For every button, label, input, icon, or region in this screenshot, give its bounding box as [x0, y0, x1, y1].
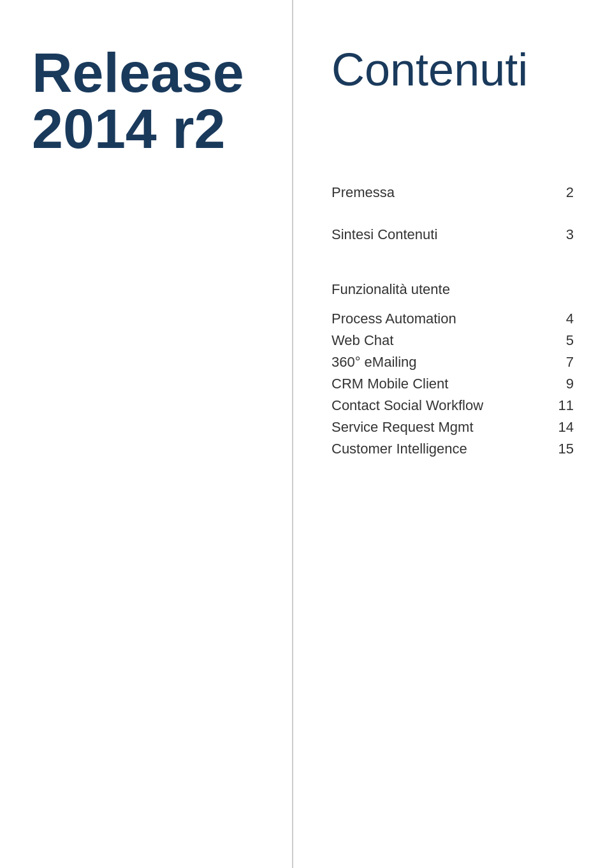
toc-section: Premessa 2 Sintesi Contenuti 3 Funzional… — [332, 184, 574, 462]
toc-entry-service-request: Service Request Mgmt 14 — [332, 419, 574, 436]
toc-label-premessa: Premessa — [332, 184, 395, 201]
toc-page-customer-intelligence: 15 — [558, 441, 574, 457]
toc-page-crm-mobile: 9 — [566, 376, 574, 392]
toc-label-process-automation: Process Automation — [332, 311, 456, 327]
toc-entry-contact-social: Contact Social Workflow 11 — [332, 397, 574, 414]
release-line1: Release — [32, 41, 244, 104]
toc-entry-customer-intelligence: Customer Intelligence 15 — [332, 441, 574, 457]
toc-label-sintesi: Sintesi Contenuti — [332, 226, 437, 243]
toc-label-service-request: Service Request Mgmt — [332, 419, 474, 436]
toc-sub-entries: Process Automation 4 Web Chat 5 360° eMa… — [332, 311, 574, 457]
toc-category: Funzionalità utente — [332, 281, 574, 298]
release-title: Release 2014 r2 — [32, 45, 261, 157]
toc-entry-sintesi: Sintesi Contenuti 3 — [332, 226, 574, 243]
toc-entry-360-emailing: 360° eMailing 7 — [332, 354, 574, 371]
toc-page-process-automation: 4 — [566, 311, 574, 327]
toc-page-web-chat: 5 — [566, 332, 574, 349]
toc-label-crm-mobile: CRM Mobile Client — [332, 376, 448, 392]
contenuti-heading: Contenuti — [332, 45, 574, 95]
toc-page-service-request: 14 — [558, 419, 574, 436]
toc-page-contact-social: 11 — [558, 397, 574, 414]
toc-entry-process-automation: Process Automation 4 — [332, 311, 574, 327]
toc-page-sintesi: 3 — [566, 226, 574, 243]
release-line2: 2014 r2 — [32, 97, 225, 160]
toc-entry-crm-mobile: CRM Mobile Client 9 — [332, 376, 574, 392]
toc-label-360-emailing: 360° eMailing — [332, 354, 417, 371]
toc-page-premessa: 2 — [566, 184, 574, 201]
right-panel: Contenuti Premessa 2 Sintesi Contenuti 3… — [293, 0, 612, 868]
toc-entry-web-chat: Web Chat 5 — [332, 332, 574, 349]
toc-label-customer-intelligence: Customer Intelligence — [332, 441, 467, 457]
toc-entry-premessa: Premessa 2 — [332, 184, 574, 201]
toc-label-web-chat: Web Chat — [332, 332, 393, 349]
toc-page-360-emailing: 7 — [566, 354, 574, 371]
left-panel: Release 2014 r2 — [0, 0, 293, 868]
toc-label-contact-social: Contact Social Workflow — [332, 397, 483, 414]
